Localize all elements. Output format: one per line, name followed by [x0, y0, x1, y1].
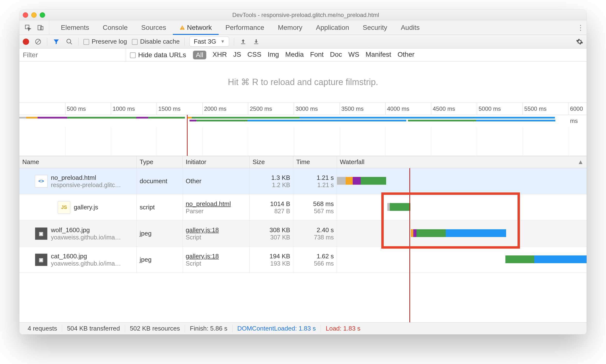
tab-elements[interactable]: Elements — [54, 20, 96, 35]
filter-type-media[interactable]: Media — [285, 51, 304, 59]
more-menu-icon[interactable]: ⋮ — [577, 23, 587, 32]
filter-type-ws[interactable]: WS — [348, 51, 359, 59]
preserve-log-checkbox[interactable]: Preserve log — [83, 38, 127, 45]
status-load: Load: 1.83 s — [321, 325, 365, 332]
tab-network[interactable]: Network — [173, 20, 219, 35]
overview-bar-segment — [132, 117, 136, 118]
minimize-window-icon[interactable] — [31, 12, 37, 18]
tab-sources[interactable]: Sources — [134, 20, 173, 35]
request-row[interactable]: ▣cat_1600.jpgyoavweiss.github.io/ima…jpe… — [19, 247, 587, 273]
filter-type-manifest[interactable]: Manifest — [366, 51, 391, 59]
overview-bar-segment — [136, 117, 148, 118]
waterfall-segment — [411, 229, 413, 237]
device-toolbar-icon[interactable] — [36, 24, 45, 32]
hide-data-urls-checkbox[interactable]: Hide data URLs — [130, 51, 186, 59]
throttling-select[interactable]: Fast 3G▼ — [190, 37, 229, 47]
overview-tick: 500 ms — [65, 103, 86, 115]
warning-icon — [180, 25, 185, 30]
overview-tick: 4000 ms — [385, 103, 409, 115]
overview-bar-segment — [187, 117, 192, 118]
waterfall-segment — [361, 177, 386, 185]
grid-header[interactable]: Name Type Initiator Size Time Waterfall▲ — [19, 156, 587, 168]
devtools-window: DevTools - responsive-preload.glitch.me/… — [19, 10, 587, 334]
tab-memory[interactable]: Memory — [271, 20, 309, 35]
overview-tick: 4500 ms — [431, 103, 455, 115]
request-row[interactable]: JSgallery.jsscriptno_preload.htmlParser1… — [19, 194, 587, 221]
filter-icon[interactable] — [52, 38, 60, 46]
tab-performance[interactable]: Performance — [219, 20, 271, 35]
download-har-icon[interactable] — [252, 38, 260, 46]
filter-type-other[interactable]: Other — [397, 51, 414, 59]
waterfall-segment — [413, 229, 416, 237]
tab-security[interactable]: Security — [356, 20, 394, 35]
filter-bar: Hide data URLs AllXHRJSCSSImgMediaFontDo… — [19, 49, 587, 62]
waterfall-segment — [505, 255, 534, 263]
overview-bar-segment — [148, 117, 185, 118]
upload-har-icon[interactable] — [239, 38, 247, 46]
filmstrip-hint: Hit ⌘ R to reload and capture filmstrip. — [19, 62, 587, 103]
filter-type-xhr[interactable]: XHR — [212, 51, 227, 59]
waterfall-segment — [534, 255, 587, 263]
overview-bar-segment — [192, 117, 300, 118]
overview-bar-segment — [26, 117, 38, 118]
filter-type-img[interactable]: Img — [268, 51, 279, 59]
waterfall-segment — [337, 177, 346, 185]
svg-line-8 — [70, 42, 72, 44]
filter-type-doc[interactable]: Doc — [330, 51, 342, 59]
overview-tick: 6000 ms — [568, 103, 587, 115]
overview-tick: 2000 ms — [202, 103, 226, 115]
network-toolbar: Preserve log Disable cache Fast 3G▼ — [19, 35, 587, 49]
inspect-element-icon[interactable] — [24, 24, 32, 32]
svg-rect-1 — [38, 25, 41, 30]
overview-bar-segment — [248, 120, 406, 121]
sort-indicator-icon: ▲ — [577, 158, 584, 166]
waterfall-segment — [387, 203, 390, 211]
filter-type-all[interactable]: All — [193, 51, 206, 59]
settings-gear-icon[interactable] — [576, 38, 583, 45]
overview-bar-segment — [196, 120, 248, 121]
overview-tick: 1500 ms — [157, 103, 181, 115]
overview-tick: 3000 ms — [294, 103, 318, 115]
window-titlebar: DevTools - responsive-preload.glitch.me/… — [19, 10, 587, 20]
tab-console[interactable]: Console — [96, 20, 134, 35]
clear-icon[interactable] — [34, 38, 42, 46]
filter-type-js[interactable]: JS — [233, 51, 241, 59]
filter-type-font[interactable]: Font — [310, 51, 324, 59]
overview-tick: 1000 ms — [111, 103, 135, 115]
filter-type-css[interactable]: CSS — [248, 51, 262, 59]
waterfall-dcl-line — [409, 168, 410, 322]
status-resources: 502 KB resources — [125, 325, 185, 332]
overview-tick: 5000 ms — [477, 103, 501, 115]
overview-bar-segment — [300, 117, 555, 118]
request-row[interactable]: ▣wolf_1600.jpgyoavweiss.github.io/ima…jp… — [19, 221, 587, 247]
request-row[interactable]: <>no_preload.htmlresponsive-preload.glit… — [19, 168, 587, 194]
tab-application[interactable]: Application — [309, 20, 356, 35]
overview-bar-segment — [476, 120, 555, 121]
requests-grid: Name Type Initiator Size Time Waterfall▲… — [19, 156, 587, 322]
overview-tick: 2500 ms — [248, 103, 272, 115]
svg-rect-10 — [254, 43, 258, 44]
search-icon[interactable] — [65, 38, 73, 46]
timeline-overview[interactable]: 500 ms1000 ms1500 ms2000 ms2500 ms3000 m… — [19, 103, 587, 156]
overview-bar-segment — [38, 117, 67, 118]
svg-rect-4 — [182, 29, 183, 29]
status-bar: 4 requests 504 KB transferred 502 KB res… — [19, 322, 587, 334]
status-transferred: 504 KB transferred — [62, 325, 125, 332]
waterfall-segment — [346, 177, 353, 185]
overview-tick: 3500 ms — [340, 103, 364, 115]
window-title: DevTools - responsive-preload.glitch.me/… — [45, 12, 566, 18]
waterfall-segment — [353, 177, 361, 185]
close-window-icon[interactable] — [23, 12, 28, 18]
filter-input[interactable] — [19, 49, 126, 61]
overview-bar-segment — [19, 117, 26, 118]
waterfall-segment — [416, 229, 446, 237]
waterfall-segment — [390, 203, 410, 211]
zoom-window-icon[interactable] — [40, 12, 45, 18]
disable-cache-checkbox[interactable]: Disable cache — [132, 38, 180, 45]
waterfall-segment — [446, 229, 506, 237]
chevron-down-icon: ▼ — [221, 39, 225, 44]
tab-audits[interactable]: Audits — [394, 20, 426, 35]
overview-bar-segment — [408, 120, 476, 121]
record-button[interactable] — [23, 39, 29, 45]
status-requests: 4 requests — [23, 325, 62, 332]
